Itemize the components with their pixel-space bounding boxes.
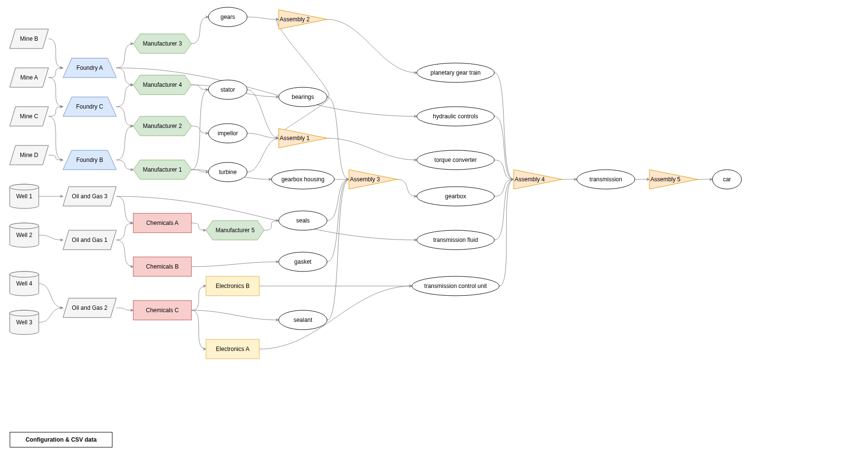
node-asm_1[interactable]: Assembly 1 <box>279 128 327 148</box>
svg-point-7 <box>10 310 39 316</box>
svg-point-40 <box>417 230 494 250</box>
node-mine_d[interactable]: Mine D <box>10 145 48 165</box>
node-foundry_b[interactable]: Foundry B <box>63 150 116 170</box>
node-mfr_3[interactable]: Manufacturer 3 <box>133 34 191 53</box>
svg-point-6 <box>10 271 39 277</box>
svg-marker-13 <box>63 298 116 318</box>
node-oilgas_2[interactable]: Oil and Gas 2 <box>63 298 116 318</box>
node-bearings[interactable]: bearings <box>279 87 327 107</box>
svg-rect-21 <box>133 301 191 320</box>
svg-marker-12 <box>63 230 116 250</box>
svg-point-39 <box>417 187 494 206</box>
edge-mine_a-foundry_c <box>48 78 63 107</box>
node-well_2[interactable]: Well 2 <box>10 223 39 247</box>
edge-foundry_c-mfr_2 <box>116 107 133 126</box>
node-asm_2[interactable]: Assembly 2 <box>279 10 327 29</box>
node-gears[interactable]: gears <box>208 7 247 27</box>
svg-point-5 <box>10 223 39 229</box>
svg-point-41 <box>412 276 499 296</box>
node-tcu[interactable]: transmission control unit <box>412 276 499 296</box>
node-pgt[interactable]: planetary gear train <box>417 63 494 82</box>
node-sealant[interactable]: sealant <box>279 310 327 330</box>
node-gasket[interactable]: gasket <box>279 252 327 271</box>
edge-chem_c-elec_b <box>191 286 206 310</box>
node-elec_a[interactable]: Electronics A <box>206 339 259 359</box>
edge-mfr_5-seals <box>264 221 279 230</box>
node-stator[interactable]: stator <box>208 80 247 99</box>
node-mine_c[interactable]: Mine C <box>10 107 48 126</box>
edge-oilgas_1-chem_b <box>116 240 133 267</box>
edge-oilgas_2-chem_c <box>116 308 133 310</box>
edge-foundry_a-mfr_4 <box>116 68 133 85</box>
node-mfr_5[interactable]: Manufacturer 5 <box>206 221 264 240</box>
node-gbx_house[interactable]: gearbox housing <box>271 170 334 189</box>
edge-oilgas_3-chem_a <box>116 196 133 223</box>
edge-tcu-asm_4 <box>499 179 514 286</box>
svg-point-4 <box>10 184 39 190</box>
node-torque[interactable]: torque converter <box>417 150 494 170</box>
edge-well_3-oilgas_2 <box>39 308 63 322</box>
svg-marker-9 <box>63 97 116 116</box>
svg-point-24 <box>208 7 247 27</box>
node-chem_c[interactable]: Chemicals C <box>133 301 191 320</box>
node-asm_5[interactable]: Assembly 5 <box>649 170 698 189</box>
node-car[interactable]: car <box>712 170 742 189</box>
node-seals[interactable]: seals <box>279 211 327 230</box>
svg-point-43 <box>577 170 635 189</box>
svg-marker-35 <box>349 170 397 189</box>
node-asm_4[interactable]: Assembly 4 <box>514 170 562 189</box>
edge-foundry_b-mfr_2 <box>116 126 133 160</box>
node-mfr_2[interactable]: Manufacturer 2 <box>133 116 191 136</box>
node-trans[interactable]: transmission <box>577 170 635 189</box>
node-foundry_c[interactable]: Foundry C <box>63 97 116 116</box>
node-oilgas_3[interactable]: Oil and Gas 3 <box>63 187 116 206</box>
edge-torque-asm_4 <box>494 160 514 179</box>
node-well_3[interactable]: Well 3 <box>10 310 39 335</box>
node-mfr_1[interactable]: Manufacturer 1 <box>133 160 191 179</box>
node-turbine[interactable]: turbine <box>208 162 247 182</box>
svg-point-38 <box>417 150 494 170</box>
node-chem_a[interactable]: Chemicals A <box>133 213 191 233</box>
node-well_1[interactable]: Well 1 <box>10 184 39 208</box>
svg-point-28 <box>279 87 327 107</box>
node-elec_b[interactable]: Electronics B <box>206 276 259 296</box>
svg-point-27 <box>208 162 247 182</box>
svg-marker-44 <box>649 170 698 189</box>
svg-marker-2 <box>10 107 48 126</box>
edge-well_4-oilgas_2 <box>39 284 63 308</box>
node-gearbox[interactable]: gearbox <box>417 187 494 206</box>
svg-marker-18 <box>206 221 264 240</box>
edge-seals-asm_3 <box>327 179 349 221</box>
edge-pgt-asm_4 <box>494 73 514 179</box>
edge-gearbox-asm_4 <box>494 179 514 196</box>
node-foundry_a[interactable]: Foundry A <box>63 58 116 78</box>
svg-rect-23 <box>206 339 259 359</box>
edge-mine_b-foundry_a <box>48 39 63 68</box>
edge-turbine-asm_1 <box>247 138 279 172</box>
node-tfluid[interactable]: transmission fluid <box>417 230 494 250</box>
svg-point-37 <box>417 107 494 126</box>
svg-marker-14 <box>133 34 191 53</box>
node-mfr_4[interactable]: Manufacturer 4 <box>133 75 191 95</box>
edge-mine_c-foundry_c <box>48 107 63 116</box>
node-well_4[interactable]: Well 4 <box>10 271 39 296</box>
svg-marker-3 <box>10 145 48 165</box>
svg-point-25 <box>208 80 247 99</box>
node-mine_b[interactable]: Mine B <box>10 29 48 48</box>
edge-oilgas_1-chem_a <box>116 223 133 240</box>
node-oilgas_1[interactable]: Oil and Gas 1 <box>63 230 116 250</box>
node-hydctl[interactable]: hydraulic controls <box>417 107 494 126</box>
footer-label: Configuration & CSV data <box>26 436 97 443</box>
edge-mfr_3-gears <box>191 17 208 44</box>
edge-chem_b-gasket <box>191 262 279 267</box>
node-chem_b[interactable]: Chemicals B <box>133 257 191 276</box>
node-mine_a[interactable]: Mine A <box>10 68 48 87</box>
node-impellor[interactable]: impellor <box>208 124 247 143</box>
svg-point-29 <box>271 170 334 189</box>
svg-point-26 <box>208 124 247 143</box>
node-asm_3[interactable]: Assembly 3 <box>349 170 397 189</box>
edge-mine_a-foundry_a <box>48 68 63 78</box>
svg-point-31 <box>279 252 327 271</box>
edge-chem_c-sealant <box>191 310 279 320</box>
edge-asm_2-pgt <box>327 19 417 73</box>
